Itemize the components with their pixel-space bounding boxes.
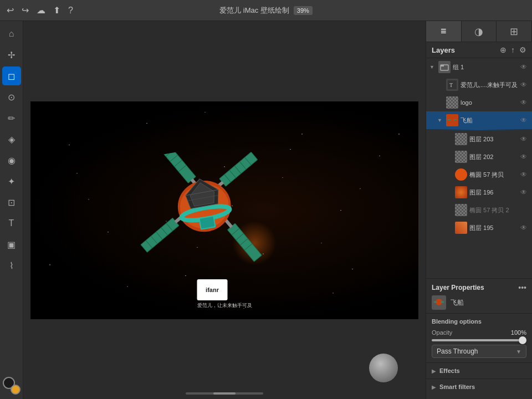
pen-tool[interactable]: ⌇ — [2, 256, 21, 275]
layer-row-ellipse57-2[interactable]: 椭圆 57 拷贝 2 👁 — [426, 201, 532, 219]
layer-props-title: Layer Properties — [432, 284, 484, 291]
round-float-button[interactable] — [369, 354, 398, 382]
spacecraft — [118, 135, 293, 284]
svg-rect-20 — [227, 223, 262, 262]
layer-name-text1: 爱范儿,....来触手可及 — [461, 81, 519, 89]
undo-redo-icons[interactable]: ↩ ↪ ☁ ⬆ ? — [7, 5, 73, 16]
layer-props-more-button[interactable]: ••• — [518, 283, 526, 292]
layer-move-up-icon[interactable]: ↑ — [511, 45, 515, 54]
help-icon[interactable]: ? — [68, 6, 73, 16]
spacecraft-svg — [118, 135, 292, 282]
tab-layers[interactable]: ≡ — [426, 21, 462, 42]
tab-adjustments[interactable]: ◑ — [462, 21, 497, 42]
layer-name-ellipse57-2: 椭圆 57 拷贝 2 — [469, 206, 519, 214]
left-toolbar: ⌂ ✢ ◻ ⊙ ✏ ◈ ◉ ✦ ⊡ T ▣ ⌇ — [0, 21, 23, 399]
layer-props-header: Layer Properties ••• — [426, 279, 532, 295]
layer-eye-group1[interactable]: 👁 — [519, 63, 529, 71]
layer-eye-logo[interactable]: 👁 — [519, 99, 529, 106]
layer-row-spaceship[interactable]: ▼ 飞船 👁 — [426, 111, 532, 129]
canvas-area[interactable]: ifanr 爱范儿，让未来触手可及 — [23, 21, 426, 399]
layer-name-group1: 组 1 — [453, 63, 519, 71]
select-tool[interactable]: ◻ — [2, 66, 21, 85]
logo-box: ifanr — [197, 279, 228, 300]
image-tool[interactable]: ▣ — [2, 235, 21, 254]
layer-name-ellipse57: 椭圆 57 拷贝 — [469, 171, 519, 179]
layer-eye-text1[interactable]: 👁 — [519, 81, 529, 89]
layer-eye-ellipse57-2[interactable]: 👁 — [519, 206, 529, 214]
opacity-label: Opacity — [432, 329, 452, 336]
blend-mode-dropdown[interactable]: Pass Through ▼ — [432, 345, 526, 358]
svg-rect-7 — [219, 152, 258, 186]
redo-icon[interactable]: ↪ — [22, 5, 29, 16]
add-layer-icon[interactable]: ⊕ — [500, 45, 507, 54]
home-tool[interactable]: ⌂ — [2, 24, 21, 43]
layer-row-logo[interactable]: logo 👁 — [426, 94, 532, 111]
layer-settings-icon[interactable]: ⚙ — [519, 45, 526, 54]
effects-title: Effects — [439, 367, 460, 374]
crop-tool[interactable]: ⊡ — [2, 193, 21, 212]
smart-filters-header[interactable]: ▶ Smart filters — [432, 383, 526, 390]
eraser-tool[interactable]: ◈ — [2, 130, 21, 149]
undo-icon[interactable]: ↩ — [7, 5, 14, 16]
opacity-slider-fill — [432, 339, 526, 341]
layer-thumb-202 — [455, 151, 467, 163]
layer-row-196[interactable]: 图层 196 👁 — [426, 183, 532, 201]
layer-thumb-203 — [455, 133, 467, 145]
layer-name-196: 图层 196 — [469, 188, 519, 197]
expand-icon-spaceship[interactable]: ▼ — [437, 117, 444, 123]
document-title: 爱范儿 iMac 壁纸绘制 — [219, 6, 289, 16]
layer-row-202[interactable]: 图层 202 👁 — [426, 148, 532, 166]
layer-row-text1[interactable]: T 爱范儿,....来触手可及 👁 — [426, 76, 532, 94]
layer-row-ellipse57[interactable]: 椭圆 57 拷贝 👁 — [426, 166, 532, 183]
layer-row-195[interactable]: 图层 195 👁 — [426, 219, 532, 237]
export-icon[interactable]: ⬆ — [53, 5, 60, 16]
eyedropper-tool[interactable]: ✦ — [2, 172, 21, 191]
progress-badge: 39% — [294, 6, 313, 15]
layer-properties-section: Layer Properties ••• 飞船 Blending options… — [426, 278, 532, 399]
background-color[interactable] — [11, 385, 21, 395]
lasso-tool[interactable]: ⊙ — [2, 88, 21, 106]
text-tool[interactable]: T — [2, 214, 21, 233]
layer-eye-203[interactable]: 👁 — [519, 135, 529, 143]
blending-options-section: Blending options Opacity 100% Pass Throu… — [426, 313, 532, 362]
layer-name-195: 图层 195 — [469, 224, 519, 232]
fill-tool[interactable]: ◉ — [2, 151, 21, 170]
opacity-slider-thumb[interactable] — [519, 336, 526, 344]
layer-row-group1[interactable]: ▼ 组 1 👁 — [426, 58, 532, 76]
layers-header: Layers ⊕ ↑ ⚙ — [426, 42, 532, 58]
logo-caption: 爱范儿，让未来触手可及 — [197, 302, 252, 309]
effects-section[interactable]: ▶ Effects — [426, 362, 532, 378]
right-panel: ≡ ◑ ⊞ Layers ⊕ ↑ ⚙ ▼ 组 1 👁 — [426, 21, 532, 399]
layer-eye-spaceship[interactable]: 👁 — [519, 116, 529, 124]
layer-eye-ellipse57[interactable]: 👁 — [519, 171, 529, 178]
expand-icon-group1[interactable]: ▼ — [429, 64, 436, 70]
effects-arrow-icon: ▶ — [432, 368, 436, 374]
color-swatch[interactable] — [3, 377, 21, 395]
smart-filters-section[interactable]: ▶ Smart filters — [426, 378, 532, 395]
smart-filters-arrow-icon: ▶ — [432, 384, 436, 390]
canvas-scroll-thumb[interactable] — [213, 392, 236, 395]
opacity-value: 100% — [511, 329, 526, 336]
cloud-icon[interactable]: ☁ — [37, 5, 45, 16]
logo-overlay: ifanr 爱范儿，让未来触手可及 — [197, 279, 252, 309]
move-tool[interactable]: ✢ — [2, 45, 21, 64]
layer-row-203[interactable]: 图层 203 👁 — [426, 130, 532, 148]
layer-name-203: 图层 203 — [469, 135, 519, 144]
layer-eye-195[interactable]: 👁 — [519, 224, 529, 232]
layers-title: Layers — [432, 46, 455, 54]
layer-eye-196[interactable]: 👁 — [519, 188, 529, 196]
layers-list: ▼ 组 1 👁 T 爱范儿,....来触手可及 👁 logo — [426, 58, 532, 278]
layer-thumb-group1 — [438, 61, 451, 73]
layer-eye-202[interactable]: 👁 — [519, 153, 529, 161]
canvas-frame: ifanr 爱范儿，让未来触手可及 — [30, 101, 418, 319]
brush-tool[interactable]: ✏ — [2, 109, 21, 127]
layer-name-spaceship: 飞船 — [461, 116, 519, 125]
opacity-slider[interactable] — [432, 339, 526, 341]
layer-thumb-spaceship — [446, 114, 458, 126]
layer-name-row: 飞船 — [426, 295, 532, 313]
effects-header[interactable]: ▶ Effects — [432, 367, 526, 374]
smart-filters-title: Smart filters — [439, 383, 475, 390]
layer-thumb-195 — [455, 222, 467, 234]
canvas-scrollbar[interactable] — [186, 392, 263, 395]
tab-properties[interactable]: ⊞ — [497, 21, 532, 42]
